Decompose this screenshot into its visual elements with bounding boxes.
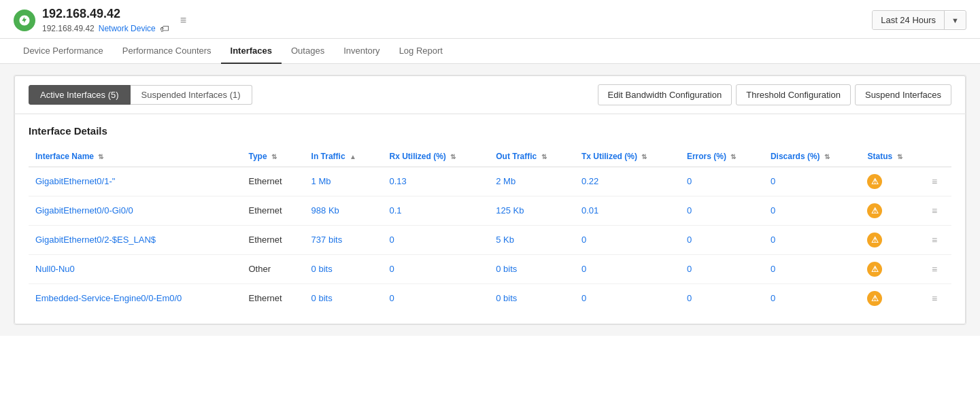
cell-interface-name: GigabitEthernet0/1-" <box>29 167 242 196</box>
cell-in-traffic: 737 bits <box>305 225 383 254</box>
cell-interface-name: GigabitEthernet0/0-Gi0/0 <box>29 196 242 225</box>
cell-row-menu[interactable]: ≡ <box>925 225 951 254</box>
cell-errors: 0 <box>680 196 764 225</box>
cell-tx-utilized: 0 <box>575 284 680 313</box>
row-menu-icon[interactable]: ≡ <box>932 176 938 187</box>
active-interfaces-tab[interactable]: Active Interfaces (5) <box>29 85 131 105</box>
interface-name-link[interactable]: GigabitEthernet0/0-Gi0/0 <box>35 205 133 216</box>
warning-symbol: ⚠ <box>871 264 879 274</box>
cell-tx-utilized: 0 <box>575 254 680 284</box>
cell-tx-utilized: 0.22 <box>575 167 680 196</box>
cell-status: ⚠ <box>860 225 925 254</box>
cell-rx-utilized: 0.1 <box>383 196 490 225</box>
cell-status: ⚠ <box>860 284 925 313</box>
table-row: GigabitEthernet0/0-Gi0/0 Ethernet 988 Kb… <box>29 196 951 225</box>
table-header-row: Interface Name ⇅ Type ⇅ In Traffic ▲ Rx … <box>29 146 951 167</box>
time-select-control[interactable]: Last 24 Hours ▼ <box>872 10 966 30</box>
cell-rx-utilized: 0 <box>383 284 490 313</box>
cell-errors: 0 <box>680 225 764 254</box>
tag-icon: 🏷 <box>160 23 169 34</box>
row-menu-icon[interactable]: ≡ <box>932 264 938 275</box>
tab-inventory[interactable]: Inventory <box>334 39 389 64</box>
cell-type: Ethernet <box>242 284 305 313</box>
cell-rx-utilized: 0 <box>383 225 490 254</box>
sort-icon-interface-name: ⇅ <box>98 153 103 160</box>
cell-errors: 0 <box>680 284 764 313</box>
time-select-dropdown-icon[interactable]: ▼ <box>945 12 966 29</box>
col-tx-utilized[interactable]: Tx Utilized (%) ⇅ <box>575 146 680 167</box>
cell-discards: 0 <box>764 284 861 313</box>
tab-performance-counters[interactable]: Performance Counters <box>113 39 221 64</box>
time-selector[interactable]: Last 24 Hours ▼ <box>872 10 966 30</box>
interface-tab-group: Active Interfaces (5) Suspended Interfac… <box>29 85 252 105</box>
cell-row-menu[interactable]: ≡ <box>925 167 951 196</box>
sort-icon-rx: ⇅ <box>450 153 456 160</box>
col-rx-utilized[interactable]: Rx Utilized (%) ⇅ <box>383 146 490 167</box>
table-body: GigabitEthernet0/1-" Ethernet 1 Mb 0.13 … <box>29 167 951 313</box>
tab-interfaces[interactable]: Interfaces <box>221 39 282 64</box>
cell-interface-name: Embedded-Service-Engine0/0-Em0/0 <box>29 284 242 313</box>
cell-status: ⚠ <box>860 167 925 196</box>
tab-log-report[interactable]: Log Report <box>390 39 452 64</box>
cell-row-menu[interactable]: ≡ <box>925 196 951 225</box>
status-warning-icon: ⚠ <box>867 174 882 189</box>
row-menu-icon[interactable]: ≡ <box>932 235 938 245</box>
nav-tabs: Device Performance Performance Counters … <box>0 39 980 64</box>
cell-out-traffic: 0 bits <box>489 254 575 284</box>
cell-out-traffic: 0 bits <box>489 284 575 313</box>
cell-interface-name: Null0-Nu0 <box>29 254 242 284</box>
sort-icon-tx: ⇅ <box>641 153 647 160</box>
warning-symbol: ⚠ <box>871 235 879 245</box>
col-type[interactable]: Type ⇅ <box>242 146 305 167</box>
row-menu-icon[interactable]: ≡ <box>932 293 938 304</box>
cell-discards: 0 <box>764 167 861 196</box>
cell-errors: 0 <box>680 254 764 284</box>
cell-type: Ethernet <box>242 167 305 196</box>
cell-row-menu[interactable]: ≡ <box>925 254 951 284</box>
warning-symbol: ⚠ <box>871 177 879 186</box>
cell-in-traffic: 1 Mb <box>305 167 383 196</box>
suspend-interfaces-button[interactable]: Suspend Interfaces <box>855 84 951 105</box>
device-ip-small: 192.168.49.42 <box>42 24 95 33</box>
device-type-link[interactable]: Network Device <box>99 24 156 33</box>
col-errors[interactable]: Errors (%) ⇅ <box>680 146 764 167</box>
cell-type: Ethernet <box>242 225 305 254</box>
edit-bandwidth-button[interactable]: Edit Bandwidth Configuration <box>598 84 732 105</box>
device-ip-title: 192.168.49.42 <box>42 7 169 22</box>
sort-icon-in-traffic: ▲ <box>350 153 356 160</box>
interface-name-link[interactable]: Embedded-Service-Engine0/0-Em0/0 <box>35 293 182 303</box>
cell-in-traffic: 0 bits <box>305 284 383 313</box>
time-select-label: Last 24 Hours <box>873 11 945 29</box>
interface-name-link[interactable]: Null0-Nu0 <box>35 264 75 274</box>
col-discards[interactable]: Discards (%) ⇅ <box>764 146 861 167</box>
tab-device-performance[interactable]: Device Performance <box>14 39 113 64</box>
col-out-traffic[interactable]: Out Traffic ⇅ <box>489 146 575 167</box>
cell-interface-name: GigabitEthernet0/2-$ES_LAN$ <box>29 225 242 254</box>
sort-icon-errors: ⇅ <box>730 153 736 160</box>
device-meta: 192.168.49.42 Network Device 🏷 <box>42 23 169 34</box>
device-info: 192.168.49.42 192.168.49.42 Network Devi… <box>42 7 169 34</box>
table-row: GigabitEthernet0/1-" Ethernet 1 Mb 0.13 … <box>29 167 951 196</box>
status-warning-icon: ⚠ <box>867 233 882 247</box>
hamburger-icon[interactable]: ≡ <box>180 14 186 27</box>
cell-out-traffic: 125 Kb <box>489 196 575 225</box>
tab-outages[interactable]: Outages <box>282 39 334 64</box>
cell-out-traffic: 2 Mb <box>489 167 575 196</box>
row-menu-icon[interactable]: ≡ <box>932 205 938 216</box>
threshold-config-button[interactable]: Threshold Configuration <box>736 84 851 105</box>
cell-tx-utilized: 0 <box>575 225 680 254</box>
interface-name-link[interactable]: GigabitEthernet0/1-" <box>35 176 115 186</box>
suspended-interfaces-tab[interactable]: Suspended Interfaces (1) <box>131 85 252 105</box>
status-warning-icon: ⚠ <box>867 291 882 306</box>
sort-icon-status: ⇅ <box>897 153 902 160</box>
interface-name-link[interactable]: GigabitEthernet0/2-$ES_LAN$ <box>35 235 156 245</box>
col-status[interactable]: Status ⇅ <box>860 146 925 167</box>
interfaces-card: Active Interfaces (5) Suspended Interfac… <box>14 75 966 325</box>
col-interface-name[interactable]: Interface Name ⇅ <box>29 146 242 167</box>
cell-in-traffic: 988 Kb <box>305 196 383 225</box>
cell-discards: 0 <box>764 196 861 225</box>
content-area: Active Interfaces (5) Suspended Interfac… <box>0 64 980 336</box>
cell-row-menu[interactable]: ≡ <box>925 284 951 313</box>
col-in-traffic[interactable]: In Traffic ▲ <box>305 146 383 167</box>
status-warning-icon: ⚠ <box>867 203 882 218</box>
